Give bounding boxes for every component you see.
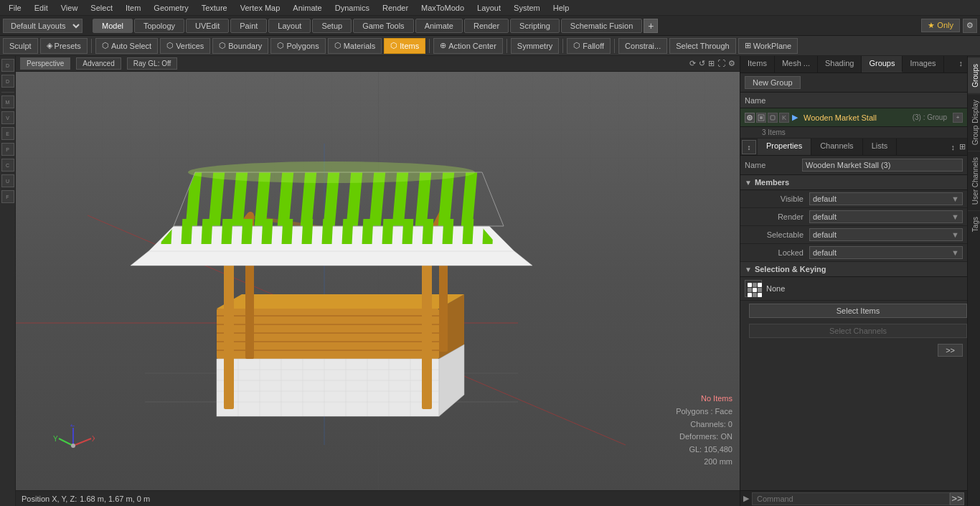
props-expand-btn[interactable]: ↕ bbox=[742, 140, 756, 154]
menu-dynamics[interactable]: Dynamics bbox=[329, 2, 375, 14]
item-lock-btn[interactable] bbox=[768, 113, 778, 123]
menu-layout[interactable]: Layout bbox=[471, 2, 507, 14]
vp-perspective-tab[interactable]: Perspective bbox=[20, 57, 70, 70]
props-tab-channels[interactable]: Channels bbox=[811, 139, 862, 155]
svg-text:X: X bbox=[92, 435, 95, 443]
vtab-user-channels[interactable]: User Channels bbox=[968, 151, 981, 210]
settings-button[interactable]: ⚙ bbox=[963, 19, 977, 33]
vtab-tags[interactable]: Tags bbox=[968, 210, 981, 238]
item-render-btn[interactable] bbox=[756, 113, 766, 123]
menu-view[interactable]: View bbox=[55, 2, 84, 14]
sculpt-button[interactable]: Sculpt bbox=[3, 38, 38, 54]
vp-icon-1[interactable]: ⟳ bbox=[689, 59, 696, 68]
tab-render[interactable]: Render bbox=[464, 19, 509, 33]
sidebar-tool-uv[interactable]: U bbox=[1, 174, 14, 187]
sidebar-tool-2[interactable]: D bbox=[1, 75, 14, 88]
selectable-select[interactable]: default ▼ bbox=[809, 228, 963, 241]
menu-vertex-map[interactable]: Vertex Map bbox=[235, 2, 286, 14]
locked-select[interactable]: default ▼ bbox=[809, 246, 963, 259]
tab-paint[interactable]: Paint bbox=[230, 19, 267, 33]
tab-game-tools[interactable]: Game Tools bbox=[353, 19, 414, 33]
select-items-button[interactable]: Select Items bbox=[749, 304, 967, 318]
tab-uvedit[interactable]: UVEdit bbox=[186, 19, 229, 33]
falloff-button[interactable]: ⬡ Falloff bbox=[567, 38, 611, 54]
tab-setup[interactable]: Setup bbox=[312, 19, 352, 33]
rp-tab-images[interactable]: Images bbox=[903, 56, 943, 72]
vp-advanced-tab[interactable]: Advanced bbox=[76, 57, 121, 70]
rp-expand-icon[interactable]: ↕ bbox=[955, 56, 968, 72]
props-icon-2[interactable]: ⊞ bbox=[959, 142, 966, 151]
menu-geometry[interactable]: Geometry bbox=[148, 2, 194, 14]
materials-button[interactable]: ⬡ Materials bbox=[328, 38, 382, 54]
workplane-button[interactable]: ⊞ WorkPlane bbox=[738, 38, 798, 54]
rp-tab-shading[interactable]: Shading bbox=[818, 56, 862, 72]
sidebar-tool-edit[interactable]: E bbox=[1, 127, 14, 140]
item-row-wooden-market-stall[interactable]: K ▶ Wooden Market Stall (3) : Group + bbox=[740, 108, 967, 127]
item-key-btn[interactable]: K bbox=[779, 113, 789, 123]
new-group-button[interactable]: New Group bbox=[745, 76, 801, 89]
action-center-button[interactable]: ⊕ Action Center bbox=[433, 38, 503, 54]
props-tab-properties[interactable]: Properties bbox=[758, 139, 811, 155]
item-add-btn[interactable]: + bbox=[953, 113, 963, 123]
symmetry-button[interactable]: Symmetry bbox=[511, 38, 560, 54]
sidebar-tool-1[interactable]: D bbox=[1, 59, 14, 72]
props-tab-lists[interactable]: Lists bbox=[863, 139, 897, 155]
name-input[interactable] bbox=[802, 159, 963, 172]
rp-tab-items[interactable]: Items bbox=[740, 56, 775, 72]
menu-file[interactable]: File bbox=[3, 2, 27, 14]
constraints-button[interactable]: Constrai... bbox=[618, 38, 667, 54]
props-icon-1[interactable]: ↕ bbox=[951, 143, 956, 151]
select-channels-button[interactable]: Select Channels bbox=[749, 324, 967, 338]
items-button[interactable]: ⬡ Items bbox=[384, 38, 425, 54]
sidebar-tool-curve[interactable]: C bbox=[1, 159, 14, 172]
tab-layout[interactable]: Layout bbox=[268, 19, 311, 33]
tab-animate[interactable]: Animate bbox=[415, 19, 463, 33]
tab-schematic-fusion[interactable]: Schematic Fusion bbox=[561, 19, 642, 33]
rp-tab-mesh[interactable]: Mesh ... bbox=[775, 56, 818, 72]
command-input[interactable] bbox=[752, 492, 950, 505]
star-only-button[interactable]: ★ Only bbox=[921, 19, 960, 32]
vertices-button[interactable]: ⬡ Vertices bbox=[160, 38, 210, 54]
render-select[interactable]: default ▼ bbox=[809, 210, 963, 223]
command-run-button[interactable]: >> bbox=[950, 492, 964, 505]
menu-edit[interactable]: Edit bbox=[29, 2, 54, 14]
item-visible-btn[interactable] bbox=[745, 113, 755, 123]
menu-maxtomodo[interactable]: MaxToModo bbox=[415, 2, 470, 14]
menu-texture[interactable]: Texture bbox=[196, 2, 233, 14]
tab-topology[interactable]: Topology bbox=[134, 19, 184, 33]
sidebar-tool-vert[interactable]: V bbox=[1, 111, 14, 124]
sidebar-tool-f[interactable]: F bbox=[1, 190, 14, 203]
vp-icon-4[interactable]: ⛶ bbox=[717, 59, 725, 68]
props-tab-icons: ↕ ⊞ bbox=[950, 139, 968, 155]
members-section-header[interactable]: ▼ Members bbox=[740, 175, 967, 190]
menu-animate[interactable]: Animate bbox=[287, 2, 327, 14]
presets-button[interactable]: ◈ Presets bbox=[40, 38, 88, 54]
vtab-groups[interactable]: Groups bbox=[968, 57, 981, 93]
tab-scripting[interactable]: Scripting bbox=[510, 19, 560, 33]
menu-select[interactable]: Select bbox=[85, 2, 118, 14]
vp-icon-5[interactable]: ⚙ bbox=[728, 59, 735, 68]
vp-icon-3[interactable]: ⊞ bbox=[708, 59, 715, 68]
forward-button[interactable]: >> bbox=[938, 344, 963, 357]
auto-select-button[interactable]: ⬡ Auto Select bbox=[95, 38, 158, 54]
menu-item[interactable]: Item bbox=[120, 2, 146, 14]
keying-pattern-icon[interactable] bbox=[745, 280, 762, 297]
sidebar-tool-poly[interactable]: P bbox=[1, 143, 14, 156]
select-through-button[interactable]: Select Through bbox=[669, 38, 735, 54]
visible-select[interactable]: default ▼ bbox=[809, 192, 963, 205]
sidebar-tool-mesh[interactable]: M bbox=[1, 95, 14, 108]
boundary-button[interactable]: ⬡ Boundary bbox=[212, 38, 268, 54]
tab-model[interactable]: Model bbox=[93, 19, 133, 33]
vp-icon-2[interactable]: ↺ bbox=[699, 59, 705, 68]
menu-system[interactable]: System bbox=[508, 2, 546, 14]
viewport-3d[interactable]: No Items Polygons : Face Channels: 0 Def… bbox=[16, 72, 740, 490]
layout-select[interactable]: Default Layouts bbox=[3, 19, 83, 33]
polygons-button[interactable]: ⬡ Polygons bbox=[270, 38, 325, 54]
add-layout-button[interactable]: + bbox=[644, 19, 658, 33]
menu-help[interactable]: Help bbox=[547, 2, 575, 14]
rp-tab-groups[interactable]: Groups bbox=[862, 56, 903, 72]
vtab-group-display[interactable]: Group Display bbox=[968, 93, 981, 151]
menu-render[interactable]: Render bbox=[377, 2, 414, 14]
sel-keying-header[interactable]: ▼ Selection & Keying bbox=[740, 262, 967, 277]
vp-raygl-tab[interactable]: Ray GL: Off bbox=[127, 57, 178, 70]
